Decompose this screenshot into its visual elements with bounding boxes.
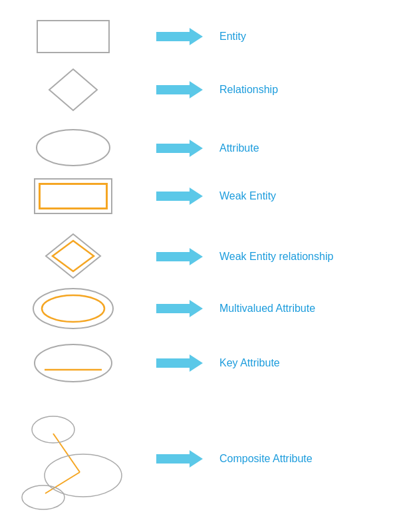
- weak-entity-rel-label-area: Weak Entity relationship: [213, 251, 359, 263]
- key-attr-arrow-icon: [156, 353, 203, 373]
- multivalued-label: Multivalued Attribute: [219, 303, 315, 315]
- relationship-arrow-icon: [156, 80, 203, 100]
- relationship-label: Relationship: [219, 84, 278, 96]
- multivalued-arrow-area: [146, 299, 213, 319]
- composite-shape-area: [0, 406, 146, 512]
- svg-point-17: [32, 416, 74, 443]
- key-attr-shape-area: [0, 340, 146, 386]
- entity-label-area: Entity: [213, 31, 359, 43]
- svg-point-18: [22, 485, 65, 509]
- svg-marker-5: [156, 188, 203, 205]
- weak-entity-label-area: Weak Entity: [213, 190, 359, 202]
- relationship-shape: [47, 66, 100, 113]
- relationship-label-area: Relationship: [213, 84, 359, 96]
- key-attr-row: Key Attribute: [0, 340, 399, 386]
- key-attr-arrow-area: [146, 353, 213, 373]
- attribute-label-area: Attribute: [213, 142, 359, 154]
- svg-marker-20: [156, 450, 203, 467]
- svg-marker-1: [49, 69, 97, 110]
- svg-point-10: [42, 295, 104, 322]
- weak-entity-rel-arrow-area: [146, 247, 213, 267]
- entity-arrow-icon: [156, 27, 203, 47]
- weak-entity-shape-area: [0, 176, 146, 216]
- svg-marker-2: [156, 81, 203, 98]
- svg-marker-0: [156, 28, 203, 45]
- attribute-shape-area: [0, 126, 146, 170]
- multivalued-row: Multivalued Attribute: [0, 285, 399, 332]
- multivalued-arrow-icon: [156, 299, 203, 319]
- composite-arrow-area: [146, 449, 213, 469]
- legend-container: Entity Relationship: [0, 0, 399, 532]
- svg-marker-11: [156, 300, 203, 317]
- svg-point-3: [37, 130, 110, 166]
- composite-label: Composite Attribute: [219, 453, 313, 465]
- multivalued-shape-area: [0, 285, 146, 332]
- attribute-label: Attribute: [219, 142, 259, 154]
- svg-line-15: [53, 434, 80, 472]
- key-attr-label: Key Attribute: [219, 357, 280, 369]
- svg-point-12: [35, 344, 112, 382]
- entity-shape-area: [0, 20, 146, 53]
- multivalued-shape: [30, 285, 116, 332]
- relationship-row: Relationship: [0, 66, 399, 113]
- entity-label: Entity: [219, 31, 246, 43]
- weak-entity-row: Weak Entity: [0, 176, 399, 216]
- composite-label-area: Composite Attribute: [213, 453, 359, 465]
- weak-entity-rel-shape: [43, 231, 103, 281]
- entity-arrow-area: [146, 27, 213, 47]
- svg-marker-4: [156, 140, 203, 157]
- weak-entity-label: Weak Entity: [219, 190, 276, 202]
- svg-marker-14: [156, 354, 203, 372]
- composite-row: Composite Attribute: [0, 402, 399, 515]
- weak-entity-rel-row: Weak Entity relationship: [0, 231, 399, 281]
- weak-entity-shape: [33, 176, 113, 216]
- svg-marker-8: [156, 248, 203, 265]
- entity-shape: [37, 20, 110, 53]
- composite-arrow-icon: [156, 449, 203, 469]
- key-attr-label-area: Key Attribute: [213, 357, 359, 369]
- key-attr-shape: [30, 340, 116, 386]
- multivalued-label-area: Multivalued Attribute: [213, 303, 359, 315]
- weak-entity-inner-rect: [39, 183, 108, 209]
- attribute-arrow-area: [146, 138, 213, 158]
- relationship-shape-area: [0, 66, 146, 113]
- weak-entity-arrow-area: [146, 186, 213, 206]
- weak-entity-rel-label: Weak Entity relationship: [219, 251, 333, 263]
- weak-entity-rel-shape-area: [0, 231, 146, 281]
- relationship-arrow-area: [146, 80, 213, 100]
- weak-entity-arrow-icon: [156, 186, 203, 206]
- attribute-row: Attribute: [0, 126, 399, 170]
- weak-entity-rel-arrow-icon: [156, 247, 203, 267]
- svg-line-16: [45, 472, 80, 493]
- composite-shape: [7, 406, 140, 512]
- attribute-arrow-icon: [156, 138, 203, 158]
- svg-point-19: [45, 454, 122, 497]
- entity-row: Entity: [0, 20, 399, 53]
- attribute-shape: [33, 126, 113, 170]
